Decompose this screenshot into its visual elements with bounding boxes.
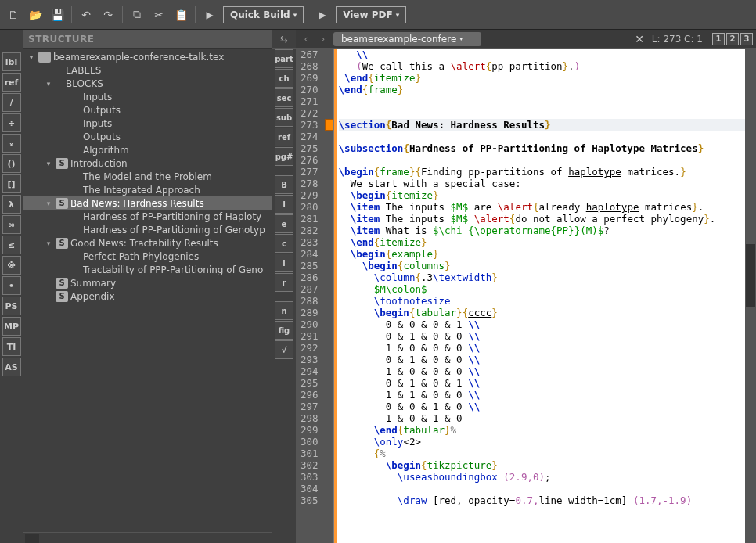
cut-icon[interactable]: ✂ bbox=[149, 5, 169, 25]
tree-twisty-icon[interactable]: ▾ bbox=[44, 239, 53, 247]
run-view-icon[interactable]: ▶ bbox=[312, 5, 333, 25]
structure-header: STRUCTURE bbox=[23, 30, 272, 49]
tree-node-label: Hardness of PP-Partitioning of Genotyp bbox=[83, 225, 265, 236]
symbol-btn-AS[interactable]: AS bbox=[2, 358, 21, 376]
insert-btn-part[interactable]: part bbox=[275, 49, 293, 68]
tree-node-label: Appendix bbox=[70, 291, 114, 302]
symbol-btn-MP[interactable]: MP bbox=[2, 317, 21, 336]
insert-btn-r[interactable]: r bbox=[275, 273, 293, 292]
insert-btn-B[interactable]: B bbox=[275, 175, 293, 194]
symbol-btn-λ[interactable]: λ bbox=[2, 195, 21, 214]
tree-node[interactable]: ▾beamerexample-conference-talk.tex bbox=[23, 50, 272, 63]
symbol-btn-※[interactable]: ※ bbox=[2, 256, 21, 275]
tree-node-label: LABELS bbox=[66, 65, 101, 76]
close-tab-icon[interactable]: ✕ bbox=[630, 33, 649, 45]
code-editor[interactable]: \\ (We call this a \alert{pp-partition}.… bbox=[337, 49, 745, 543]
tree-node[interactable]: Outputs bbox=[23, 103, 272, 117]
tree-node[interactable]: ▾SBad News: Hardness Results bbox=[23, 196, 272, 210]
copy-icon[interactable]: ⧉ bbox=[127, 5, 147, 25]
open-file-icon[interactable]: 📂 bbox=[25, 5, 45, 25]
insert-btn-c[interactable]: c bbox=[275, 234, 293, 253]
tree-node[interactable]: Hardness of PP-Partitioning of Genotyp bbox=[23, 223, 272, 236]
symbol-btn-•[interactable]: • bbox=[2, 276, 21, 295]
section-icon: S bbox=[56, 158, 68, 169]
symbol-btn-PS[interactable]: PS bbox=[2, 297, 21, 315]
tree-twisty-icon[interactable]: ▾ bbox=[44, 160, 53, 167]
tree-twisty-icon[interactable]: ▾ bbox=[27, 53, 36, 61]
section-icon: S bbox=[56, 238, 68, 249]
tab-next-icon[interactable]: › bbox=[316, 34, 330, 45]
insert-btn-I[interactable]: I bbox=[275, 195, 293, 214]
insert-btn-sub[interactable]: sub bbox=[275, 108, 293, 127]
view-pdf-combo[interactable]: View PDF ▾ bbox=[336, 6, 406, 23]
tree-twisty-icon[interactable]: ▾ bbox=[44, 200, 53, 207]
bookmark-button-1[interactable]: 1 bbox=[712, 33, 725, 45]
paste-icon[interactable]: 📋 bbox=[171, 5, 191, 25]
tree-node[interactable]: Hardness of PP-Partitioning of Haploty bbox=[23, 210, 272, 223]
bookmark-gutter[interactable] bbox=[325, 49, 334, 543]
insert-btn-n[interactable]: n bbox=[275, 301, 293, 320]
editor-tabbar: ‹ › beamerexample-confere ▾ ✕ L: 273 C: … bbox=[296, 30, 756, 49]
line-number-gutter: 2672682692702712722732742752762772782792… bbox=[296, 49, 325, 543]
tree-node-label: Bad News: Hardness Results bbox=[70, 198, 204, 209]
tree-twisty-icon[interactable]: ▾ bbox=[44, 80, 53, 88]
tree-node-label: Good News: Tractability Results bbox=[70, 238, 218, 249]
redo-icon[interactable]: ↷ bbox=[98, 5, 118, 25]
cursor-position: L: 273 C: 1 bbox=[652, 34, 707, 45]
bookmark-button-3[interactable]: 3 bbox=[740, 33, 753, 45]
tree-node[interactable]: Tractability of PPP-Partitioning of Geno bbox=[23, 263, 272, 276]
symbol-btn-TI[interactable]: TI bbox=[2, 337, 21, 356]
tree-node[interactable]: LABELS bbox=[23, 63, 272, 77]
symbol-btn-∞[interactable]: ∞ bbox=[2, 215, 21, 234]
editor-vscrollbar[interactable] bbox=[745, 49, 756, 543]
quick-build-combo[interactable]: Quick Build ▾ bbox=[223, 6, 304, 23]
insert-btn-ch[interactable]: ch bbox=[275, 69, 293, 88]
tab-prev-icon[interactable]: ‹ bbox=[299, 34, 313, 45]
insert-btn-√[interactable]: √ bbox=[275, 340, 293, 359]
tree-node-label: Hardness of PP-Partitioning of Haploty bbox=[83, 211, 261, 222]
symbol-btn-/[interactable]: / bbox=[2, 93, 21, 112]
tree-node[interactable]: Inputs bbox=[23, 117, 272, 130]
new-file-icon[interactable]: 🗋 bbox=[3, 5, 23, 25]
tree-node-label: Inputs bbox=[83, 92, 112, 102]
tree-node[interactable]: ▾BLOCKS bbox=[23, 77, 272, 90]
tree-node-label: BLOCKS bbox=[66, 78, 103, 89]
tree-node[interactable]: Outputs bbox=[23, 130, 272, 143]
insert-btn-fig[interactable]: fig bbox=[275, 321, 293, 340]
tree-node-label: Perfect Path Phylogenies bbox=[83, 251, 199, 262]
run-build-icon[interactable]: ▶ bbox=[200, 5, 220, 25]
symbol-btn-()[interactable]: () bbox=[2, 154, 21, 173]
insert-btn-l[interactable]: l bbox=[275, 254, 293, 272]
symbol-btn-ref[interactable]: ref bbox=[2, 73, 21, 92]
tree-node[interactable]: ▾SGood News: Tractability Results bbox=[23, 236, 272, 250]
structure-tree[interactable]: ▾beamerexample-conference-talk.texLABELS… bbox=[23, 49, 272, 532]
insert-btn-pg#[interactable]: pg# bbox=[275, 147, 293, 166]
undo-icon[interactable]: ↶ bbox=[76, 5, 96, 25]
tree-node[interactable]: Perfect Path Phylogenies bbox=[23, 250, 272, 263]
tree-node[interactable]: ▾SIntroduction bbox=[23, 156, 272, 170]
tree-node[interactable]: Inputs bbox=[23, 90, 272, 103]
symbol-btn-ₓ[interactable]: ₓ bbox=[2, 134, 21, 153]
main-toolbar: 🗋 📂 💾 ↶ ↷ ⧉ ✂ 📋 ▶ Quick Build ▾ ▶ View P… bbox=[0, 0, 756, 30]
structure-hscrollbar[interactable] bbox=[23, 532, 272, 543]
tree-node[interactable]: SAppendix bbox=[23, 289, 272, 303]
tree-node[interactable]: Algorithm bbox=[23, 143, 272, 156]
panel-toggle-icon[interactable]: ⇆ bbox=[280, 34, 288, 45]
tree-node[interactable]: SSummary bbox=[23, 276, 272, 289]
save-icon[interactable]: 💾 bbox=[47, 5, 67, 25]
tree-node-label: Inputs bbox=[83, 118, 112, 129]
bookmark-button-2[interactable]: 2 bbox=[726, 33, 739, 45]
symbol-btn-lbl[interactable]: lbl bbox=[2, 52, 21, 71]
symbol-btn-÷[interactable]: ÷ bbox=[2, 113, 21, 132]
symbol-btn-[][interactable]: [] bbox=[2, 174, 21, 193]
tree-node[interactable]: The Integrated Approach bbox=[23, 183, 272, 196]
insert-toolbar: ⇆ partchsecsubrefpg#BIeclrnfig√ bbox=[272, 30, 296, 543]
insert-btn-sec[interactable]: sec bbox=[275, 88, 293, 107]
tree-node[interactable]: The Model and the Problem bbox=[23, 170, 272, 183]
quick-build-label: Quick Build bbox=[230, 9, 290, 20]
editor-tab[interactable]: beamerexample-confere ▾ bbox=[333, 32, 481, 46]
symbol-btn-≤[interactable]: ≤ bbox=[2, 236, 21, 254]
tree-node-label: Introduction bbox=[70, 158, 128, 169]
insert-btn-ref[interactable]: ref bbox=[275, 128, 293, 146]
insert-btn-e[interactable]: e bbox=[275, 214, 293, 233]
